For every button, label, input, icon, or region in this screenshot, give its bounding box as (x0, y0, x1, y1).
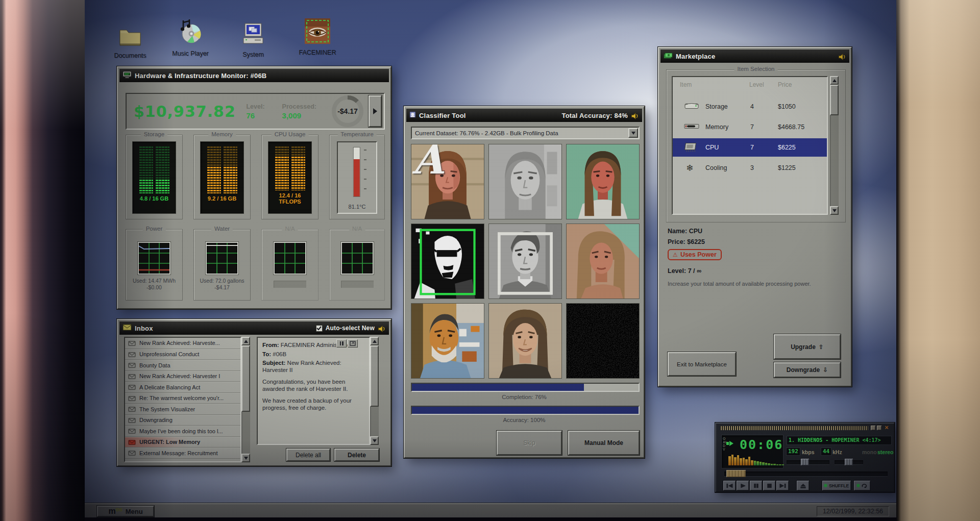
exit-marketplace-button[interactable]: Exit to Marketplace (668, 352, 736, 376)
monitor-window-icon (122, 71, 132, 81)
hardware-monitor-titlebar[interactable]: Hardware & Infrastructure Monitor: #06B (119, 69, 389, 82)
completion-progressbar (411, 383, 640, 392)
from-label: From: (262, 342, 279, 348)
water-usage: Used: 72.0 gallons -$4.17 (194, 278, 250, 291)
list-item-urgent[interactable]: URGENT: Low Memory (125, 437, 240, 448)
scrollbar-thumb[interactable] (241, 345, 250, 412)
finance-panel: $10,937.82 Level: 76 Processed: 3,009 -$… (126, 93, 385, 130)
face-grid: A (411, 144, 640, 379)
memory-value: 9.2 / 16 GB (200, 195, 244, 202)
dataset-dropdown[interactable]: Current Dataset: 76.76% - 2.42GB - Bulk … (411, 127, 640, 139)
list-item[interactable]: A Delicate Balancing Act (125, 382, 240, 393)
eject-button[interactable] (797, 481, 809, 490)
face-tile-4-selected[interactable] (411, 224, 484, 299)
scrollbar-thumb[interactable] (370, 345, 379, 407)
scroll-down-button[interactable] (830, 206, 839, 215)
computer-icon (232, 21, 274, 46)
stop-button[interactable] (763, 481, 775, 490)
speaker-icon[interactable] (838, 53, 846, 60)
speaker-icon[interactable] (378, 325, 386, 332)
bitrate-value: 192 (787, 448, 800, 455)
balance-value: $10,937.82 (134, 103, 236, 120)
seek-handle[interactable] (726, 470, 746, 477)
autoselect-checkbox[interactable] (316, 325, 323, 332)
popout-message-button[interactable] (348, 339, 358, 348)
face-tile-1[interactable]: A (411, 144, 484, 219)
face-tile-2[interactable] (488, 144, 562, 219)
repeat-button[interactable] (854, 481, 870, 490)
pause-button[interactable] (750, 481, 762, 490)
message-reading-pane: From: FACEMINER Administration To: #06B … (257, 337, 370, 445)
desktop-icon-music-player[interactable]: Music Player (169, 20, 211, 57)
meter-water: Water Used: 72.0 gallons -$4.17 (193, 229, 251, 301)
shade-button[interactable] (877, 426, 881, 430)
track-title-display[interactable]: 1. HIDDENOS - HOPEMINER <4:17> (787, 436, 892, 445)
minimize-button[interactable] (871, 426, 875, 430)
item-row-cpu-selected[interactable]: CPU 7 $6225 (673, 138, 827, 157)
volume-slider[interactable] (787, 460, 829, 464)
menu-button[interactable]: mOS Menu (97, 506, 154, 517)
item-row-storage[interactable]: Storage 4 $1050 (673, 97, 827, 116)
volume-handle[interactable] (801, 459, 809, 465)
close-icon[interactable]: × (884, 424, 890, 431)
balance-slider[interactable] (835, 460, 863, 464)
seek-bar[interactable] (724, 472, 888, 476)
player-titlebar[interactable] (720, 426, 868, 430)
scrollbar-thumb[interactable] (830, 85, 839, 115)
item-row-cooling[interactable]: ❄ Cooling 3 $1225 (673, 159, 827, 177)
balance-handle[interactable] (845, 459, 853, 465)
face-tile-7[interactable] (411, 303, 484, 379)
desktop-icon-faceminer[interactable]: FACEMINER (297, 19, 338, 56)
delete-button[interactable]: Delete (334, 449, 379, 461)
item-row-memory[interactable]: Memory 7 $4668.75 (673, 118, 827, 136)
list-item[interactable]: Bounty Data (125, 360, 240, 371)
face-tile-3[interactable] (566, 144, 640, 219)
panel-next-button[interactable] (369, 95, 382, 127)
samplerate-value: 44 (821, 448, 831, 455)
to-value: #06B (273, 351, 286, 357)
to-label: To: (262, 351, 271, 357)
face-tile-5-selected[interactable] (488, 224, 562, 299)
list-item[interactable]: Maybe I've been doing this too l... (125, 426, 240, 437)
speaker-icon[interactable] (631, 112, 639, 119)
crt-bezel-left (0, 0, 85, 521)
next-button[interactable] (776, 481, 789, 490)
skip-button[interactable]: Skip (497, 431, 562, 455)
desktop-icon-documents[interactable]: Documents (109, 22, 151, 59)
uses-power-badge: ⚠ Uses Power (668, 249, 722, 260)
face-tile-8[interactable] (488, 303, 562, 379)
list-item[interactable]: Re: The warmest welcome you'r... (125, 393, 240, 404)
desktop-icon-system[interactable]: System (232, 21, 274, 58)
marketplace-titlebar[interactable]: Marketplace (660, 49, 849, 63)
autoselect-label: Auto-select New (326, 325, 375, 332)
face-tile-6[interactable] (566, 224, 640, 299)
delete-all-button[interactable]: Delete all (286, 449, 330, 461)
gauge-storage: Storage 4.8 / 16 GB (126, 135, 183, 219)
classifier-titlebar[interactable]: Classifier Tool Total Accuracy: 84% (406, 109, 642, 122)
na-chart (275, 243, 305, 274)
scroll-up-button[interactable] (370, 337, 379, 345)
scroll-down-button[interactable] (241, 454, 250, 462)
scroll-up-button[interactable] (241, 337, 250, 345)
pause-message-button[interactable] (336, 339, 347, 348)
list-item[interactable]: Unprofessional Conduct (125, 349, 240, 360)
face-tile-9-noise[interactable] (566, 303, 640, 379)
play-button[interactable] (737, 481, 749, 490)
scroll-down-button[interactable] (370, 436, 379, 445)
downgrade-button[interactable]: Downgrade⇩ (774, 362, 841, 378)
list-item[interactable]: New Rank Achieved: Harveste... (125, 338, 240, 349)
play-indicator (726, 442, 729, 445)
list-item[interactable]: The System Visualizer (125, 404, 240, 415)
previous-button[interactable] (723, 481, 736, 490)
meter-label: Power (143, 226, 166, 232)
inbox-titlebar[interactable]: Inbox Auto-select New (119, 321, 389, 335)
manual-mode-button[interactable]: Manual Mode (568, 431, 640, 455)
meter-label: Water (211, 226, 233, 232)
scroll-up-button[interactable] (830, 76, 839, 85)
list-item[interactable]: New Rank Achieved: Harvester I (125, 371, 240, 382)
list-item[interactable]: External Message: Recruitment (125, 448, 240, 459)
list-item[interactable]: Downgrading (125, 415, 240, 426)
shuffle-button[interactable]: SHUFFLE (822, 481, 851, 490)
dropdown-arrow-button[interactable] (628, 128, 638, 138)
upgrade-button[interactable]: Upgrade⇧ (774, 334, 841, 359)
